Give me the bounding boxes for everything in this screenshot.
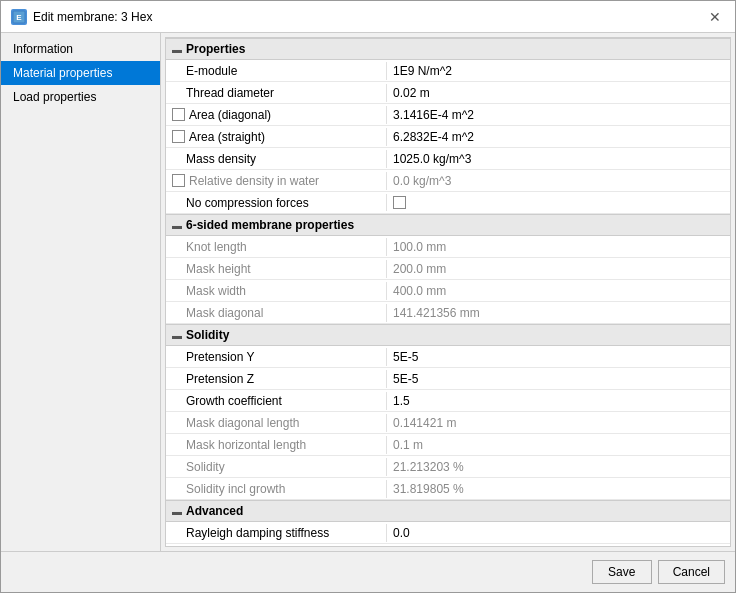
value-mask-width: 400.0 mm — [386, 282, 730, 300]
row-mask-height: Mask height 200.0 mm — [166, 258, 730, 280]
value-rayleigh-stiffness[interactable]: 0.0 — [386, 524, 730, 542]
collapse-icon-6sided[interactable]: ▬ — [172, 220, 182, 231]
row-mask-horizontal-length: Mask horizontal length 0.1 m — [166, 434, 730, 456]
value-pretension-y[interactable]: 5E-5 — [386, 348, 730, 366]
row-mask-width: Mask width 400.0 mm — [166, 280, 730, 302]
label-mask-height: Mask height — [166, 260, 386, 278]
value-mask-diagonal-length: 0.141421 m — [386, 414, 730, 432]
label-solidity: Solidity — [166, 458, 386, 476]
main-content: ▬ Properties E-module 1E9 N/m^2 Thread d… — [165, 37, 731, 547]
label-rayleigh-stiffness: Rayleigh damping stiffness — [166, 524, 386, 542]
label-no-compression: No compression forces — [166, 194, 386, 212]
label-pretension-y: Pretension Y — [166, 348, 386, 366]
section-properties: ▬ Properties — [166, 38, 730, 60]
footer: Save Cancel — [1, 551, 735, 592]
svg-text:E: E — [16, 13, 22, 22]
sidebar-item-load-properties[interactable]: Load properties — [1, 85, 160, 109]
section-properties-title: Properties — [186, 42, 245, 56]
row-thread-diameter: Thread diameter 0.02 m — [166, 82, 730, 104]
collapse-icon-properties[interactable]: ▬ — [172, 44, 182, 55]
label-mask-diagonal-length: Mask diagonal length — [166, 414, 386, 432]
row-relative-density: Relative density in water 0.0 kg/m^3 — [166, 170, 730, 192]
label-e-module: E-module — [166, 62, 386, 80]
value-e-module[interactable]: 1E9 N/m^2 — [386, 62, 730, 80]
collapse-icon-advanced[interactable]: ▬ — [172, 506, 182, 517]
checkbox-area-diagonal[interactable] — [172, 108, 185, 121]
label-growth-coefficient: Growth coefficient — [166, 392, 386, 410]
value-mask-diagonal: 141.421356 mm — [386, 304, 730, 322]
row-mask-diagonal: Mask diagonal 141.421356 mm — [166, 302, 730, 324]
label-relative-density: Relative density in water — [166, 172, 386, 190]
checkbox-area-straight[interactable] — [172, 130, 185, 143]
title-bar: E Edit membrane: 3 Hex ✕ — [1, 1, 735, 33]
sidebar-item-material-properties[interactable]: Material properties — [1, 61, 160, 85]
value-rayleigh-mass[interactable]: 0.0 — [386, 546, 730, 548]
cancel-button[interactable]: Cancel — [658, 560, 725, 584]
label-thread-diameter: Thread diameter — [166, 84, 386, 102]
title-bar-left: E Edit membrane: 3 Hex — [11, 9, 152, 25]
close-button[interactable]: ✕ — [705, 7, 725, 27]
row-area-straight: Area (straight) 6.2832E-4 m^2 — [166, 126, 730, 148]
collapse-icon-solidity[interactable]: ▬ — [172, 330, 182, 341]
label-area-diagonal: Area (diagonal) — [166, 106, 386, 124]
value-pretension-z[interactable]: 5E-5 — [386, 370, 730, 388]
section-6sided: ▬ 6-sided membrane properties — [166, 214, 730, 236]
row-solidity-incl-growth: Solidity incl growth 31.819805 % — [166, 478, 730, 500]
dialog-icon: E — [11, 9, 27, 25]
section-advanced-title: Advanced — [186, 504, 243, 518]
label-pretension-z: Pretension Z — [166, 370, 386, 388]
row-solidity: Solidity 21.213203 % — [166, 456, 730, 478]
row-mass-density: Mass density 1025.0 kg/m^3 — [166, 148, 730, 170]
label-knot-length: Knot length — [166, 238, 386, 256]
row-growth-coefficient: Growth coefficient 1.5 — [166, 390, 730, 412]
row-rayleigh-mass: Rayleigh damping mass 0.0 — [166, 544, 730, 547]
section-solidity: ▬ Solidity — [166, 324, 730, 346]
dialog: E Edit membrane: 3 Hex ✕ Information Mat… — [0, 0, 736, 593]
value-knot-length: 100.0 mm — [386, 238, 730, 256]
value-mass-density[interactable]: 1025.0 kg/m^3 — [386, 150, 730, 168]
value-mask-horizontal-length: 0.1 m — [386, 436, 730, 454]
label-mask-width: Mask width — [166, 282, 386, 300]
value-solidity-incl-growth: 31.819805 % — [386, 480, 730, 498]
row-pretension-y: Pretension Y 5E-5 — [166, 346, 730, 368]
row-e-module: E-module 1E9 N/m^2 — [166, 60, 730, 82]
sidebar-item-information[interactable]: Information — [1, 37, 160, 61]
value-no-compression — [386, 194, 730, 211]
label-solidity-incl-growth: Solidity incl growth — [166, 480, 386, 498]
save-button[interactable]: Save — [592, 560, 652, 584]
checkbox-relative-density[interactable] — [172, 174, 185, 187]
section-6sided-title: 6-sided membrane properties — [186, 218, 354, 232]
label-mask-diagonal: Mask diagonal — [166, 304, 386, 322]
row-no-compression: No compression forces — [166, 192, 730, 214]
value-area-diagonal[interactable]: 3.1416E-4 m^2 — [386, 106, 730, 124]
value-relative-density[interactable]: 0.0 kg/m^3 — [386, 172, 730, 190]
label-mass-density: Mass density — [166, 150, 386, 168]
label-area-straight: Area (straight) — [166, 128, 386, 146]
row-mask-diagonal-length: Mask diagonal length 0.141421 m — [166, 412, 730, 434]
label-rayleigh-mass: Rayleigh damping mass — [166, 546, 386, 548]
checkbox-no-compression[interactable] — [393, 196, 406, 209]
row-rayleigh-stiffness: Rayleigh damping stiffness 0.0 — [166, 522, 730, 544]
dialog-title: Edit membrane: 3 Hex — [33, 10, 152, 24]
row-area-diagonal: Area (diagonal) 3.1416E-4 m^2 — [166, 104, 730, 126]
value-solidity: 21.213203 % — [386, 458, 730, 476]
value-area-straight[interactable]: 6.2832E-4 m^2 — [386, 128, 730, 146]
value-thread-diameter[interactable]: 0.02 m — [386, 84, 730, 102]
row-pretension-z: Pretension Z 5E-5 — [166, 368, 730, 390]
label-mask-horizontal-length: Mask horizontal length — [166, 436, 386, 454]
row-knot-length: Knot length 100.0 mm — [166, 236, 730, 258]
value-mask-height: 200.0 mm — [386, 260, 730, 278]
section-solidity-title: Solidity — [186, 328, 229, 342]
section-advanced: ▬ Advanced — [166, 500, 730, 522]
dialog-body: Information Material properties Load pro… — [1, 33, 735, 551]
value-growth-coefficient[interactable]: 1.5 — [386, 392, 730, 410]
sidebar: Information Material properties Load pro… — [1, 33, 161, 551]
